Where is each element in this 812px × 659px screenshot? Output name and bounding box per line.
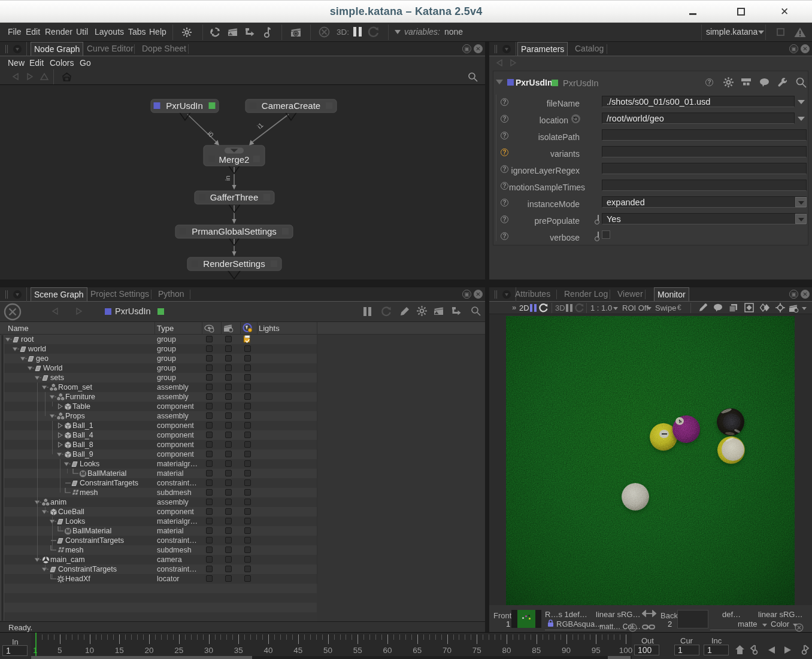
- svg-text:PrmanGlobalSettings: PrmanGlobalSettings: [192, 226, 277, 236]
- svg-text:RenderSettings: RenderSettings: [203, 259, 265, 269]
- svg-text:in: in: [224, 175, 231, 181]
- svg-text:CameraCreate: CameraCreate: [262, 101, 320, 111]
- svg-text:i0: i0: [207, 130, 215, 139]
- svg-text:M: M: [66, 528, 70, 534]
- svg-text:i1: i1: [256, 122, 264, 130]
- svg-text:Merge2: Merge2: [219, 154, 250, 165]
- svg-text:GafferThree: GafferThree: [210, 192, 259, 202]
- svg-text:M: M: [81, 470, 85, 476]
- svg-text:PxrUsdIn: PxrUsdIn: [166, 101, 203, 111]
